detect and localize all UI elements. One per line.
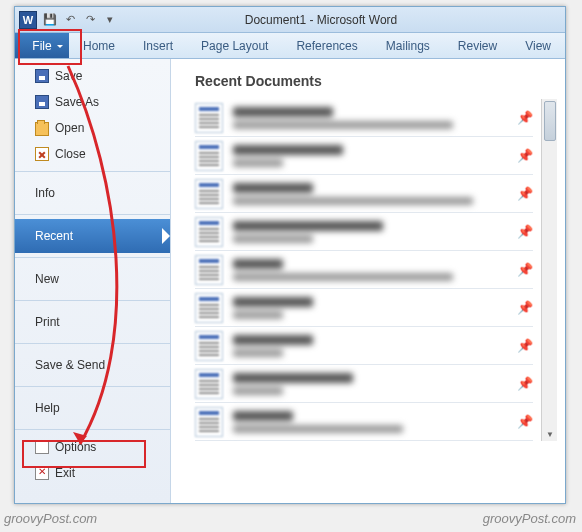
doc-text-blurred [233, 335, 507, 357]
word-doc-icon [195, 217, 223, 247]
window-title: Document1 - Microsoft Word [117, 13, 565, 27]
panel-heading: Recent Documents [195, 73, 557, 89]
tab-references[interactable]: References [282, 33, 371, 58]
sidebar-save-send[interactable]: Save & Send [15, 348, 170, 382]
tab-pagelayout[interactable]: Page Layout [187, 33, 282, 58]
pin-icon[interactable]: 📌 [517, 186, 533, 202]
word-doc-icon [195, 407, 223, 437]
pin-icon[interactable]: 📌 [517, 262, 533, 278]
ribbon-tabs: File Home Insert Page Layout References … [15, 33, 565, 59]
save-icon [35, 69, 49, 83]
recent-doc-row[interactable]: 📌 [195, 137, 533, 175]
tab-insert[interactable]: Insert [129, 33, 187, 58]
doc-text-blurred [233, 107, 507, 129]
word-doc-icon [195, 255, 223, 285]
word-doc-icon [195, 179, 223, 209]
save-as-icon [35, 95, 49, 109]
recent-doc-row[interactable]: 📌 [195, 403, 533, 441]
quick-access-toolbar: 💾 ↶ ↷ ▾ [43, 13, 117, 27]
sidebar-exit[interactable]: Exit [15, 460, 170, 486]
word-doc-icon [195, 331, 223, 361]
doc-text-blurred [233, 373, 507, 395]
sidebar-save[interactable]: Save [15, 63, 170, 89]
recent-doc-row[interactable]: 📌 [195, 365, 533, 403]
word-doc-icon [195, 141, 223, 171]
sidebar-close[interactable]: Close [15, 141, 170, 167]
recent-documents-panel: Recent Documents 📌📌📌📌📌📌📌📌📌 ▲ ▼ [171, 59, 565, 503]
pin-icon[interactable]: 📌 [517, 300, 533, 316]
tab-view[interactable]: View [511, 33, 565, 58]
doc-text-blurred [233, 259, 507, 281]
sidebar-new[interactable]: New [15, 262, 170, 296]
pin-icon[interactable]: 📌 [517, 110, 533, 126]
scroll-thumb[interactable] [544, 101, 556, 141]
title-bar: W 💾 ↶ ↷ ▾ Document1 - Microsoft Word [15, 7, 565, 33]
sidebar-info[interactable]: Info [15, 176, 170, 210]
recent-doc-row[interactable]: 📌 [195, 251, 533, 289]
close-icon [35, 147, 49, 161]
doc-text-blurred [233, 297, 507, 319]
doc-text-blurred [233, 145, 507, 167]
recent-doc-row[interactable]: 📌 [195, 99, 533, 137]
scroll-down-icon[interactable]: ▼ [542, 427, 558, 441]
recent-doc-row[interactable]: 📌 [195, 327, 533, 365]
qat-undo-icon[interactable]: ↶ [63, 13, 77, 27]
backstage-sidebar: Save Save As Open Close Info Recent New … [15, 59, 171, 503]
sidebar-save-as[interactable]: Save As [15, 89, 170, 115]
sidebar-open[interactable]: Open [15, 115, 170, 141]
pin-icon[interactable]: 📌 [517, 376, 533, 392]
doc-text-blurred [233, 183, 507, 205]
folder-open-icon [35, 122, 49, 136]
qat-save-icon[interactable]: 💾 [43, 13, 57, 27]
sidebar-help[interactable]: Help [15, 391, 170, 425]
options-icon [35, 440, 49, 454]
recent-doc-row[interactable]: 📌 [195, 175, 533, 213]
pin-icon[interactable]: 📌 [517, 148, 533, 164]
scrollbar[interactable]: ▲ ▼ [541, 99, 557, 441]
recent-documents-list: 📌📌📌📌📌📌📌📌📌 ▲ ▼ [195, 99, 557, 441]
word-doc-icon [195, 103, 223, 133]
doc-text-blurred [233, 221, 507, 243]
word-window: W 💾 ↶ ↷ ▾ Document1 - Microsoft Word Fil… [14, 6, 566, 504]
pin-icon[interactable]: 📌 [517, 224, 533, 240]
watermark-left: groovyPost.com [4, 511, 97, 526]
word-app-icon: W [19, 11, 37, 29]
sidebar-recent[interactable]: Recent [15, 219, 170, 253]
exit-icon [35, 466, 49, 480]
qat-redo-icon[interactable]: ↷ [83, 13, 97, 27]
watermark-right: groovyPost.com [483, 511, 576, 526]
word-doc-icon [195, 293, 223, 323]
recent-doc-row[interactable]: 📌 [195, 213, 533, 251]
tab-mailings[interactable]: Mailings [372, 33, 444, 58]
tab-home[interactable]: Home [69, 33, 129, 58]
recent-doc-row[interactable]: 📌 [195, 289, 533, 327]
pin-icon[interactable]: 📌 [517, 414, 533, 430]
pin-icon[interactable]: 📌 [517, 338, 533, 354]
sidebar-print[interactable]: Print [15, 305, 170, 339]
sidebar-options[interactable]: Options [15, 434, 170, 460]
word-doc-icon [195, 369, 223, 399]
qat-customize-icon[interactable]: ▾ [103, 13, 117, 27]
doc-text-blurred [233, 411, 507, 433]
tab-review[interactable]: Review [444, 33, 511, 58]
tab-file[interactable]: File [15, 33, 69, 58]
